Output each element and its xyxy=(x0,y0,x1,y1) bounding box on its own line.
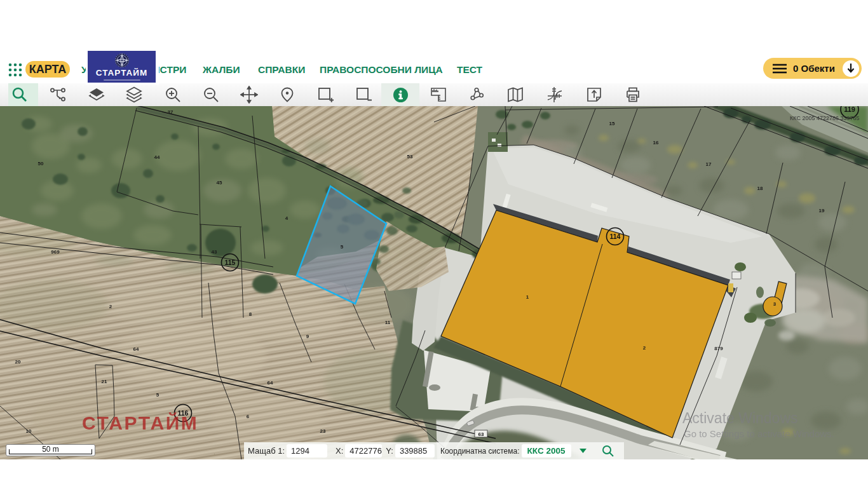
svg-text:879: 879 xyxy=(714,346,723,351)
svg-text:115: 115 xyxy=(225,259,236,266)
svg-text:44: 44 xyxy=(154,154,160,160)
svg-text:63: 63 xyxy=(478,431,484,437)
svg-text:969: 969 xyxy=(51,249,60,255)
svg-text:64: 64 xyxy=(133,346,139,352)
svg-text:15: 15 xyxy=(609,121,615,126)
svg-text:2: 2 xyxy=(109,304,112,309)
svg-text:4: 4 xyxy=(285,215,288,221)
svg-text:5: 5 xyxy=(156,392,159,398)
svg-text:50: 50 xyxy=(38,161,44,166)
svg-text:17: 17 xyxy=(706,161,712,167)
svg-text:43: 43 xyxy=(212,249,217,255)
svg-text:21: 21 xyxy=(102,379,107,384)
svg-text:19: 19 xyxy=(819,208,825,214)
svg-text:8: 8 xyxy=(249,311,252,317)
svg-text:37: 37 xyxy=(168,109,173,115)
svg-text:114: 114 xyxy=(610,233,621,240)
svg-text:11: 11 xyxy=(385,320,391,325)
svg-text:3: 3 xyxy=(773,301,776,307)
svg-text:9: 9 xyxy=(306,334,309,339)
svg-text:10: 10 xyxy=(26,428,32,434)
svg-text:1: 1 xyxy=(526,294,529,300)
svg-text:2: 2 xyxy=(643,345,646,351)
svg-text:5: 5 xyxy=(341,244,344,250)
svg-text:45: 45 xyxy=(217,180,222,186)
svg-text:18: 18 xyxy=(757,186,763,191)
svg-text:64: 64 xyxy=(268,380,273,386)
svg-text:20: 20 xyxy=(15,359,21,365)
svg-text:6: 6 xyxy=(247,414,250,419)
svg-text:119: 119 xyxy=(844,106,855,113)
svg-text:16: 16 xyxy=(653,140,659,146)
svg-text:53: 53 xyxy=(407,154,413,159)
svg-text:23: 23 xyxy=(320,428,326,434)
